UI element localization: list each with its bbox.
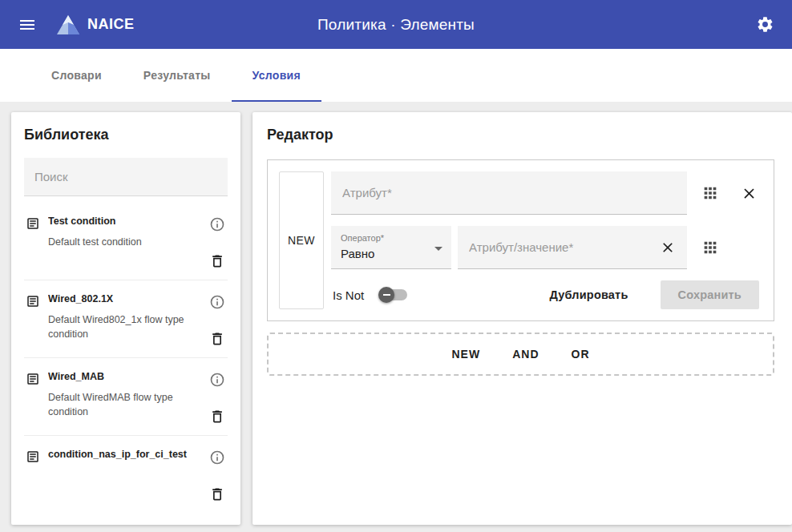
gear-icon bbox=[756, 15, 774, 34]
add-and-button[interactable]: AND bbox=[501, 341, 550, 367]
menu-button[interactable] bbox=[14, 12, 40, 38]
editor-title: Редактор bbox=[267, 127, 774, 143]
clear-value-button[interactable] bbox=[657, 236, 679, 259]
library-panel: Библиотека Test condition Default test c… bbox=[11, 112, 240, 525]
value-input[interactable] bbox=[469, 240, 652, 254]
brand-name: NAICE bbox=[87, 16, 135, 33]
delete-button[interactable] bbox=[208, 407, 227, 426]
editor-panel: Редактор NEW bbox=[253, 112, 792, 525]
attribute-input[interactable] bbox=[342, 186, 676, 200]
list-item[interactable]: Wired_MAB Default WiredMAB flow type con… bbox=[24, 358, 228, 436]
trash-icon bbox=[209, 486, 225, 502]
actions-row: Is Not Дублировать Сохранить bbox=[331, 280, 762, 309]
operator-label: Оператор* bbox=[341, 233, 442, 243]
is-not-label: Is Not bbox=[333, 288, 364, 302]
app-bar: NAICE Политика · Элементы bbox=[0, 0, 792, 49]
brand: NAICE bbox=[56, 14, 135, 35]
info-icon bbox=[209, 372, 225, 388]
naice-logo-icon bbox=[56, 14, 80, 35]
grid-apps-icon bbox=[701, 184, 719, 202]
library-list: Test condition Default test condition Wi… bbox=[24, 203, 228, 513]
operator-row: Оператор* Равно bbox=[331, 226, 762, 269]
attribute-field bbox=[331, 171, 687, 215]
document-icon bbox=[26, 449, 40, 464]
add-or-button[interactable]: OR bbox=[560, 341, 601, 367]
grid-apps-icon bbox=[701, 239, 719, 256]
info-icon bbox=[209, 216, 225, 232]
value-picker-button[interactable] bbox=[698, 236, 722, 260]
delete-button[interactable] bbox=[208, 329, 227, 349]
item-description: Default Wired802_1x flow type condition bbox=[48, 312, 202, 341]
new-condition-badge[interactable]: NEW bbox=[279, 171, 324, 309]
delete-button[interactable] bbox=[208, 252, 227, 271]
item-description: Default test condition bbox=[48, 235, 202, 249]
save-button[interactable]: Сохранить bbox=[661, 280, 759, 309]
info-button[interactable] bbox=[208, 370, 227, 389]
info-button[interactable] bbox=[208, 215, 227, 234]
hamburger-icon bbox=[18, 15, 37, 34]
page-title: Политика · Элементы bbox=[317, 16, 475, 34]
close-icon bbox=[741, 185, 758, 202]
info-button[interactable] bbox=[208, 448, 227, 467]
chevron-down-icon bbox=[434, 247, 442, 251]
library-title: Библиотека bbox=[24, 127, 228, 143]
value-field bbox=[458, 226, 687, 269]
item-name: condition_nas_ip_for_ci_test bbox=[48, 448, 202, 462]
settings-button[interactable] bbox=[753, 12, 778, 37]
trash-icon bbox=[209, 253, 225, 269]
trash-icon bbox=[209, 409, 225, 425]
toggle-thumb-minus-icon bbox=[378, 287, 394, 303]
trash-icon bbox=[209, 331, 225, 347]
attribute-row bbox=[331, 171, 762, 215]
document-icon bbox=[26, 216, 40, 231]
document-icon bbox=[26, 372, 40, 386]
app-window: NAICE Политика · Элементы Словари Резуль… bbox=[0, 0, 792, 532]
attribute-picker-button[interactable] bbox=[698, 181, 722, 205]
delete-button[interactable] bbox=[208, 485, 227, 504]
document-icon bbox=[26, 294, 40, 308]
list-item[interactable]: Wired_802.1X Default Wired802_1x flow ty… bbox=[24, 280, 228, 358]
condition-editor: NEW Оп bbox=[267, 159, 774, 321]
info-icon bbox=[209, 294, 225, 310]
main-content: Библиотека Test condition Default test c… bbox=[0, 102, 792, 532]
item-name: Wired_MAB bbox=[48, 370, 202, 385]
item-description: Default WiredMAB flow type condition bbox=[48, 390, 202, 419]
operator-value: Равно bbox=[341, 247, 442, 260]
tab-dictionaries[interactable]: Словари bbox=[30, 49, 123, 102]
list-item[interactable]: Test condition Default test condition bbox=[24, 203, 228, 280]
info-icon bbox=[209, 449, 225, 466]
connector-bar: NEW AND OR bbox=[267, 332, 774, 376]
tab-bar: Словари Результаты Условия bbox=[0, 49, 792, 102]
is-not-toggle[interactable] bbox=[378, 287, 407, 303]
close-icon bbox=[660, 240, 676, 256]
info-button[interactable] bbox=[208, 292, 227, 312]
search-field bbox=[24, 158, 228, 196]
item-name: Test condition bbox=[48, 215, 202, 229]
tab-conditions[interactable]: Условия bbox=[232, 49, 321, 102]
remove-condition-button[interactable] bbox=[735, 182, 762, 205]
item-name: Wired_802.1X bbox=[48, 292, 202, 307]
tab-results[interactable]: Результаты bbox=[123, 49, 232, 102]
search-input[interactable] bbox=[34, 170, 217, 183]
operator-select[interactable]: Оператор* Равно bbox=[331, 226, 451, 269]
duplicate-button[interactable]: Дублировать bbox=[539, 282, 640, 308]
list-item[interactable]: condition_nas_ip_for_ci_test bbox=[24, 436, 228, 513]
add-new-button[interactable]: NEW bbox=[440, 341, 491, 367]
